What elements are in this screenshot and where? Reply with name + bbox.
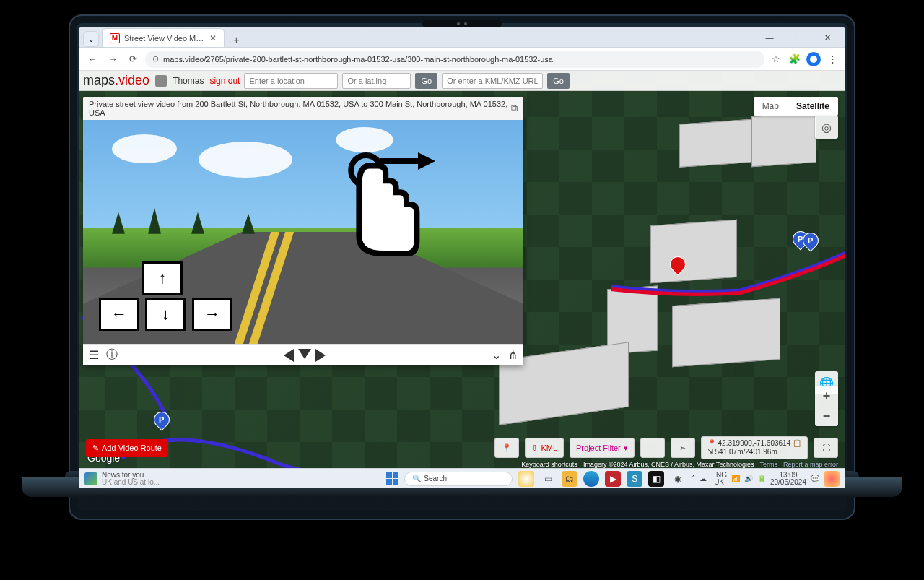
- maptype-map-button[interactable]: Map: [754, 97, 788, 116]
- app-icon[interactable]: ◧: [648, 471, 664, 487]
- map-marker-p[interactable]: P: [154, 412, 170, 432]
- go-location-button[interactable]: Go: [415, 73, 437, 89]
- go-kml-button[interactable]: Go: [547, 73, 570, 89]
- nav-forward-icon[interactable]: →: [105, 51, 121, 67]
- tab-title: Street View Video Map - maps...: [124, 34, 205, 43]
- sv-forward-button[interactable]: ↑: [142, 261, 183, 295]
- zoom-in-button[interactable]: +: [815, 386, 838, 406]
- down-frame-icon[interactable]: [298, 349, 311, 359]
- notifications-icon[interactable]: 💬: [811, 475, 819, 482]
- edge-icon[interactable]: [583, 471, 599, 487]
- sv-right-button[interactable]: →: [192, 298, 232, 331]
- streetview-image[interactable]: ↑ ← ↓ →: [83, 120, 523, 344]
- bookmark-icon[interactable]: ☆: [769, 52, 783, 66]
- add-video-route-button[interactable]: ✎ Add Video Route: [86, 439, 168, 457]
- wifi-icon[interactable]: 📶: [731, 475, 740, 482]
- tab-close-icon[interactable]: ✕: [209, 33, 217, 43]
- news-icon: [84, 472, 97, 485]
- heading-button[interactable]: ➣: [671, 438, 695, 458]
- download-icon: ⇩: [531, 443, 538, 453]
- app-icon[interactable]: ▶: [605, 471, 621, 487]
- browser-tab[interactable]: M Street View Video Map - maps... ✕: [102, 28, 225, 47]
- popout-icon[interactable]: ⧉: [511, 103, 518, 114]
- url-text: maps.video/2765/private-200-bartlett-st-…: [163, 55, 553, 64]
- news-widget[interactable]: News for you UK and US at lo...: [84, 472, 160, 486]
- tray-app-icon[interactable]: [824, 471, 840, 487]
- marker-toggle-button[interactable]: 📍: [494, 438, 519, 458]
- share-icon[interactable]: ⋔: [508, 348, 518, 362]
- extensions-icon[interactable]: 🧩: [788, 52, 802, 66]
- window-close-button[interactable]: ✕: [814, 28, 841, 47]
- line-style-button[interactable]: —: [640, 438, 665, 458]
- volume-icon[interactable]: 🔊: [744, 475, 753, 482]
- window-minimize-button[interactable]: —: [756, 28, 783, 47]
- nav-back-icon[interactable]: ←: [84, 51, 100, 67]
- kml-button[interactable]: ⇩ KML: [525, 438, 564, 458]
- sv-back-button[interactable]: ↓: [145, 298, 186, 331]
- copilot-icon[interactable]: [518, 471, 534, 487]
- site-info-icon[interactable]: ⊙: [152, 54, 159, 64]
- address-bar[interactable]: ⊙ maps.video/2765/private-200-bartlett-s…: [145, 51, 764, 68]
- cloud-icon[interactable]: ☁: [699, 475, 707, 482]
- browser-menu-icon[interactable]: ⋮: [825, 52, 840, 66]
- keyboard-shortcuts-link[interactable]: Keyboard shortcuts: [521, 461, 578, 468]
- sv-left-button[interactable]: ←: [99, 298, 139, 331]
- map-marker-red[interactable]: [670, 256, 686, 277]
- new-tab-button[interactable]: +: [229, 32, 244, 47]
- next-frame-icon[interactable]: [315, 349, 326, 362]
- nav-reload-icon[interactable]: ⟳: [125, 51, 141, 67]
- caret-down-icon: ▾: [624, 443, 628, 453]
- route-title: Private street view video from 200 Bartl…: [89, 100, 511, 117]
- favicon-icon: M: [110, 33, 120, 43]
- start-button[interactable]: [386, 472, 398, 485]
- clock-date: 20/06/2024: [770, 479, 806, 486]
- coordinates-display: 📍 42.319900,-71.603614 📋 ⇲ 541.07m/2401.…: [701, 436, 808, 459]
- battery-icon[interactable]: 🔋: [757, 475, 766, 482]
- window-maximize-button[interactable]: ☐: [785, 28, 812, 47]
- chevron-down-icon[interactable]: ⌄: [492, 348, 501, 362]
- my-location-icon[interactable]: ◎: [815, 116, 838, 139]
- menu-icon[interactable]: ☰: [89, 348, 99, 362]
- terms-link[interactable]: Terms: [759, 461, 777, 468]
- explorer-icon[interactable]: 🗂: [562, 471, 578, 487]
- tab-dropdown[interactable]: ⌄: [83, 31, 99, 47]
- location-input[interactable]: [244, 73, 338, 89]
- taskview-icon[interactable]: ▭: [540, 471, 556, 487]
- latlng-input[interactable]: [342, 73, 411, 89]
- taskbar-search[interactable]: 🔍 Search: [404, 472, 513, 486]
- swipe-hint-icon: [326, 127, 441, 264]
- report-error-link[interactable]: Report a map error: [783, 461, 838, 468]
- clock-time: 13:09: [770, 472, 806, 479]
- pencil-icon: ✎: [92, 443, 99, 453]
- info-icon[interactable]: ⓘ: [106, 347, 118, 363]
- profile-avatar-icon[interactable]: [806, 52, 821, 66]
- imagery-attribution: Imagery ©2024 Airbus, CNES / Airbus, Max…: [583, 461, 754, 468]
- search-icon: 🔍: [412, 475, 421, 482]
- map-marker-p[interactable]: P: [803, 233, 819, 253]
- maptype-satellite-button[interactable]: Satellite: [788, 97, 838, 116]
- app-icon[interactable]: S: [627, 471, 642, 487]
- project-filter-button[interactable]: Project Filter ▾: [570, 438, 635, 458]
- brand-logo[interactable]: maps.video: [83, 73, 149, 88]
- tray-chevron-icon[interactable]: ˄: [692, 475, 695, 482]
- zoom-out-button[interactable]: −: [815, 406, 838, 426]
- kml-url-input[interactable]: [442, 73, 543, 89]
- user-name: Thomas: [173, 76, 204, 86]
- prev-frame-icon[interactable]: [284, 349, 294, 362]
- fullscreen-button[interactable]: ⛶: [814, 438, 838, 458]
- user-avatar-icon[interactable]: [155, 75, 167, 87]
- chrome-icon[interactable]: ◉: [670, 471, 686, 487]
- sign-out-link[interactable]: sign out: [209, 76, 240, 86]
